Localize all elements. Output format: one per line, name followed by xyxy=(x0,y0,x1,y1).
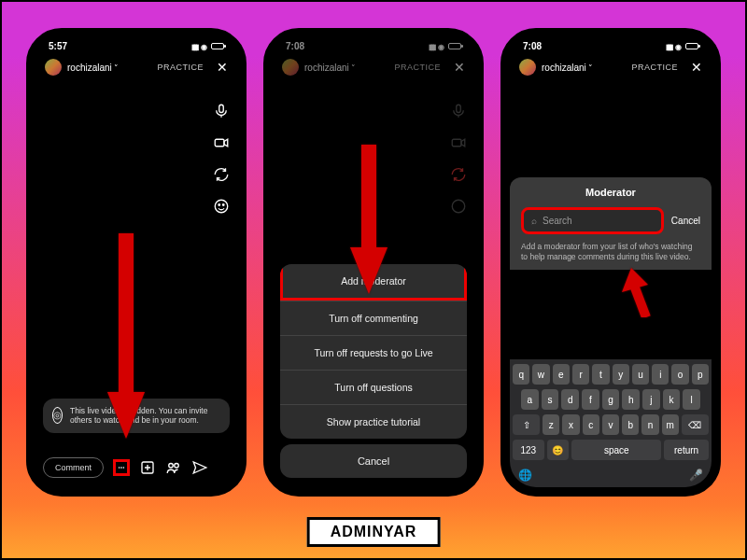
share-icon[interactable] xyxy=(191,459,208,476)
search-cancel-button[interactable]: Cancel xyxy=(671,216,700,226)
wifi-icon xyxy=(201,41,207,51)
key-o[interactable]: o xyxy=(671,364,688,385)
key-r[interactable]: r xyxy=(572,364,589,385)
close-icon[interactable]: ✕ xyxy=(691,60,702,75)
search-placeholder: Search xyxy=(543,216,572,226)
invite-icon[interactable] xyxy=(165,459,182,476)
mic-icon[interactable] xyxy=(213,103,230,119)
add-moderator-option[interactable]: Add moderator xyxy=(280,264,467,301)
key-p[interactable]: p xyxy=(692,364,709,385)
comment-input[interactable]: Comment xyxy=(43,457,104,478)
keyboard-row-1: qwertyuiop xyxy=(513,364,709,385)
keyboard-row-3: ⇧ zxcvbnm ⌫ xyxy=(513,414,709,435)
key-f[interactable]: f xyxy=(582,389,599,410)
watermark: ADMINYAR xyxy=(307,517,441,547)
key-g[interactable]: g xyxy=(602,389,620,410)
svg-rect-1 xyxy=(215,139,224,147)
svg-point-9 xyxy=(169,464,174,469)
add-guest-icon[interactable] xyxy=(139,459,156,476)
numbers-key[interactable]: 123 xyxy=(513,440,544,460)
effects-icon[interactable] xyxy=(213,198,230,215)
live-bottom-bar: Comment xyxy=(43,457,230,478)
keyboard-row-2: asdfghjkl xyxy=(513,389,709,410)
close-icon[interactable]: ✕ xyxy=(217,60,228,75)
svg-point-4 xyxy=(223,204,225,206)
phone-notch xyxy=(331,37,416,54)
wifi-icon xyxy=(675,41,682,51)
show-tutorial-option[interactable]: Show practice tutorial xyxy=(280,404,467,439)
key-u[interactable]: u xyxy=(632,364,649,385)
live-header: rochizalani PRACTICE ✕ xyxy=(35,53,237,81)
ios-keyboard[interactable]: qwertyuiop asdfghjkl ⇧ zxcvbnm ⌫ 123 😊 s… xyxy=(510,359,712,487)
globe-key[interactable]: 🌐 xyxy=(518,469,532,482)
practice-badge: PRACTICE xyxy=(157,63,204,72)
key-k[interactable]: k xyxy=(663,389,681,410)
practice-badge: PRACTICE xyxy=(631,63,678,72)
svg-point-6 xyxy=(121,468,122,469)
username-dropdown[interactable]: rochizalani xyxy=(542,63,593,73)
turn-off-requests-option[interactable]: Turn off requests to go Live xyxy=(280,335,467,370)
key-a[interactable]: a xyxy=(521,389,539,410)
signal-icon xyxy=(191,41,197,51)
key-l[interactable]: l xyxy=(683,389,700,410)
svg-rect-0 xyxy=(219,105,224,112)
clock: 7:08 xyxy=(523,41,542,51)
flip-camera-icon[interactable] xyxy=(213,166,230,183)
camera-icon[interactable] xyxy=(213,134,230,151)
moderator-search-input[interactable]: ⌕ Search xyxy=(521,207,664,234)
live-header: rochizalani PRACTICE ✕ xyxy=(510,53,712,81)
turn-off-questions-option[interactable]: Turn off questions xyxy=(280,370,467,404)
avatar[interactable] xyxy=(45,59,62,76)
key-b[interactable]: b xyxy=(622,414,639,435)
key-s[interactable]: s xyxy=(542,389,559,410)
key-y[interactable]: y xyxy=(613,364,629,385)
svg-point-2 xyxy=(215,200,228,213)
svg-point-3 xyxy=(218,204,220,206)
space-key[interactable]: space xyxy=(571,440,661,460)
svg-point-5 xyxy=(119,468,120,469)
annotation-arrow xyxy=(620,266,654,321)
key-x[interactable]: x xyxy=(562,414,579,435)
shift-key[interactable]: ⇧ xyxy=(513,414,540,435)
phone-screenshot-1: 5:57 rochizalani PRACTICE ✕ ◎ This live … xyxy=(26,28,247,497)
turn-off-commenting-option[interactable]: Turn off commenting xyxy=(280,301,467,335)
side-toolbar xyxy=(213,103,230,215)
key-w[interactable]: w xyxy=(532,364,549,385)
avatar[interactable] xyxy=(519,59,536,76)
key-i[interactable]: i xyxy=(652,364,669,385)
key-j[interactable]: j xyxy=(642,389,660,410)
keyboard-row-3-letters: zxcvbnm xyxy=(543,414,679,435)
options-action-sheet: Add moderator Turn off commenting Turn o… xyxy=(280,264,467,478)
hint-text: This live video is hidden. You can invit… xyxy=(70,406,220,426)
username-dropdown[interactable]: rochizalani xyxy=(67,63,119,73)
backspace-key[interactable]: ⌫ xyxy=(682,414,709,435)
return-key[interactable]: return xyxy=(664,440,709,460)
dictation-key[interactable]: 🎤 xyxy=(689,469,703,482)
key-t[interactable]: t xyxy=(592,364,609,385)
cancel-button[interactable]: Cancel xyxy=(280,444,467,478)
hidden-live-hint: ◎ This live video is hidden. You can inv… xyxy=(43,399,230,433)
phone-screenshot-2: 7:08 rochizalani PRACTICE ✕ Add moderato… xyxy=(263,28,484,497)
key-n[interactable]: n xyxy=(641,414,658,435)
search-icon: ⌕ xyxy=(531,216,537,226)
key-q[interactable]: q xyxy=(513,364,529,385)
key-h[interactable]: h xyxy=(622,389,640,410)
signal-icon xyxy=(666,41,671,51)
clock: 5:57 xyxy=(49,41,67,51)
moderator-panel: Moderator ⌕ Search Cancel Add a moderato… xyxy=(510,177,712,270)
svg-point-10 xyxy=(175,464,179,469)
key-z[interactable]: z xyxy=(543,414,559,435)
key-d[interactable]: d xyxy=(561,389,579,410)
battery-icon xyxy=(211,43,224,49)
more-options-button[interactable] xyxy=(113,459,130,476)
phone-notch xyxy=(94,37,178,54)
eye-icon: ◎ xyxy=(52,407,63,424)
battery-icon xyxy=(685,43,698,49)
key-e[interactable]: e xyxy=(553,364,570,385)
key-m[interactable]: m xyxy=(662,414,679,435)
panel-description: Add a moderator from your list of who's … xyxy=(521,242,700,262)
key-v[interactable]: v xyxy=(602,414,619,435)
svg-point-7 xyxy=(123,468,124,469)
key-c[interactable]: c xyxy=(583,414,599,435)
emoji-key[interactable]: 😊 xyxy=(547,440,570,460)
